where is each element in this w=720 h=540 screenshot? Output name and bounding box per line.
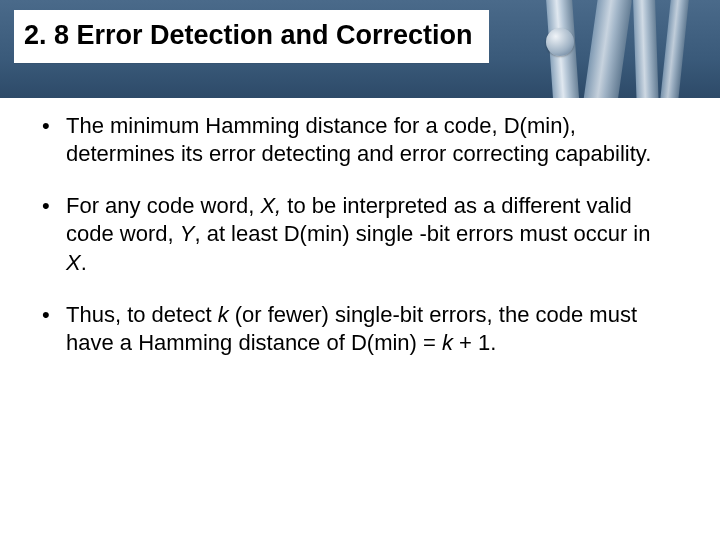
bullet-item: The minimum Hamming distance for a code,… xyxy=(38,112,660,168)
header-decoration xyxy=(540,0,700,98)
slide-content: The minimum Hamming distance for a code,… xyxy=(38,112,660,381)
bullet-list: The minimum Hamming distance for a code,… xyxy=(38,112,660,357)
bullet-item: For any code word, X, to be interpreted … xyxy=(38,192,660,276)
slide-title: 2. 8 Error Detection and Correction xyxy=(24,20,473,51)
bullet-item: Thus, to detect k (or fewer) single-bit … xyxy=(38,301,660,357)
title-box: 2. 8 Error Detection and Correction xyxy=(14,10,489,63)
